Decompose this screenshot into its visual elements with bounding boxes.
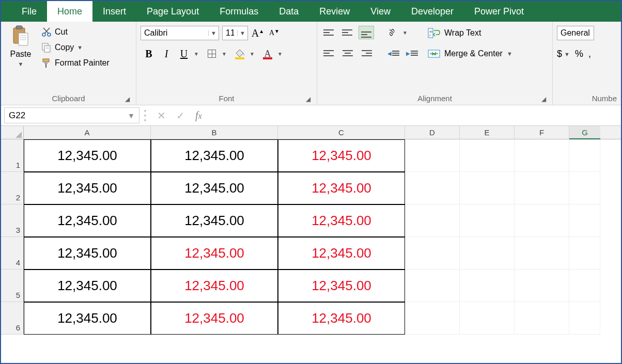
copy-button[interactable]: Copy ▼ [38,40,113,55]
row-header-1[interactable]: 1 [1,139,24,172]
align-middle-button[interactable] [340,26,355,39]
name-box-input[interactable] [5,108,123,123]
fill-color-dropdown-icon[interactable]: ▼ [249,51,255,57]
cell-F1[interactable] [515,139,569,172]
cell-E1[interactable] [460,139,515,172]
format-painter-button[interactable]: Format Painter [38,56,113,70]
paste-dropdown-icon[interactable]: ▼ [18,61,24,67]
cell-D6[interactable] [405,302,460,335]
underline-dropdown-icon[interactable]: ▼ [193,51,199,57]
underline-button[interactable]: U [176,45,192,62]
font-launcher-icon[interactable]: ◢ [304,96,312,103]
cell-F6[interactable] [515,302,569,335]
cell-E2[interactable] [460,172,515,204]
cancel-formula-icon[interactable]: ✕ [157,109,166,122]
col-header-C[interactable]: C [278,126,405,139]
tab-insert[interactable]: Insert [92,1,136,22]
alignment-launcher-icon[interactable]: ◢ [540,96,547,103]
cell-D3[interactable] [405,204,460,237]
copy-dropdown-icon[interactable]: ▼ [77,44,83,51]
col-header-B[interactable]: B [151,126,278,139]
font-color-dropdown-icon[interactable]: ▼ [277,51,283,57]
cell-G3[interactable] [569,204,600,237]
name-box-dropdown-icon[interactable]: ▼ [123,112,139,120]
increase-font-size-button[interactable]: A▲ [251,26,265,40]
percent-format-button[interactable]: % [575,49,583,59]
col-header-D[interactable]: D [405,126,460,139]
cell-E5[interactable] [460,270,515,302]
cell-B1[interactable]: 12,345.00 [151,139,278,172]
cell-A2[interactable]: 12,345.00 [24,172,151,204]
cell-A6[interactable]: 12,345.00 [24,302,151,335]
decrease-font-size-button[interactable]: A▼ [268,26,281,40]
tab-home[interactable]: Home [47,1,92,22]
border-dropdown-icon[interactable]: ▼ [221,51,227,57]
tab-view[interactable]: View [360,1,401,22]
align-left-button[interactable] [321,46,337,60]
cell-D4[interactable] [405,237,460,270]
font-size-input[interactable] [223,27,237,39]
cell-F3[interactable] [515,204,569,237]
merge-center-button[interactable]: a Merge & Center ▼ [425,46,516,61]
cell-C2[interactable]: 12,345.00 [278,172,405,204]
enter-formula-icon[interactable]: ✓ [176,109,185,122]
cell-C3[interactable]: 12,345.00 [278,204,405,237]
cell-B5[interactable]: 12,345.00 [151,270,278,302]
font-name-input[interactable] [141,27,208,39]
comma-format-button[interactable]: , [588,49,591,59]
cell-E4[interactable] [460,237,515,270]
font-color-button[interactable]: A [259,45,276,62]
fill-color-button[interactable] [231,45,248,62]
cell-G6[interactable] [569,302,600,335]
clipboard-launcher-icon[interactable]: ◢ [123,96,131,103]
cell-B3[interactable]: 12,345.00 [151,204,278,237]
cell-A1[interactable]: 12,345.00 [24,139,151,172]
orientation-button[interactable]: ab [385,26,399,39]
cell-B2[interactable]: 12,345.00 [151,172,278,204]
cell-F4[interactable] [515,237,569,270]
row-header-4[interactable]: 4 [1,237,24,270]
align-top-button[interactable] [321,26,337,39]
cell-C6[interactable]: 12,345.00 [278,302,405,335]
cell-G1[interactable] [569,139,600,172]
cell-B4[interactable]: 12,345.00 [151,237,278,270]
align-center-button[interactable] [340,46,355,60]
paste-button[interactable]: Paste ▼ [5,25,36,67]
cell-C4[interactable]: 12,345.00 [278,237,405,270]
row-header-6[interactable]: 6 [1,302,24,335]
bold-button[interactable]: B [141,45,157,62]
formula-input[interactable] [208,105,621,125]
cell-D1[interactable] [405,139,460,172]
number-format-combo[interactable] [557,26,594,40]
font-size-combo[interactable]: ▼ [222,26,248,40]
wrap-text-button[interactable]: abc Wrap Text [425,26,516,40]
cell-D2[interactable] [405,172,460,204]
align-right-button[interactable] [359,46,374,60]
accounting-format-button[interactable]: $▼ [557,49,570,59]
increase-indent-button[interactable]: ▶ [404,46,419,60]
cell-F2[interactable] [515,172,569,204]
merge-dropdown-icon[interactable]: ▼ [507,51,512,57]
row-header-2[interactable]: 2 [1,172,24,204]
col-header-G[interactable]: G [569,126,600,139]
cell-C1[interactable]: 12,345.00 [278,139,405,172]
row-header-5[interactable]: 5 [1,270,24,302]
insert-function-icon[interactable]: fx [195,109,202,121]
cell-E3[interactable] [460,204,515,237]
orientation-dropdown-icon[interactable]: ▼ [402,30,408,36]
decrease-indent-button[interactable]: ◀ [385,46,401,60]
cell-G5[interactable] [569,270,600,302]
cell-A5[interactable]: 12,345.00 [24,270,151,302]
font-name-dropdown-icon[interactable]: ▼ [208,30,219,36]
tab-review[interactable]: Review [309,1,360,22]
cell-A4[interactable]: 12,345.00 [24,237,151,270]
cell-D5[interactable] [405,270,460,302]
formula-bar-grip[interactable]: ●●● [143,105,148,125]
col-header-E[interactable]: E [460,126,515,139]
number-format-input[interactable] [557,27,594,39]
select-all-corner[interactable] [1,126,24,139]
font-size-dropdown-icon[interactable]: ▼ [237,30,247,36]
name-box[interactable]: ▼ [4,107,139,123]
cell-F5[interactable] [515,270,569,302]
tab-formulas[interactable]: Formulas [209,1,269,22]
